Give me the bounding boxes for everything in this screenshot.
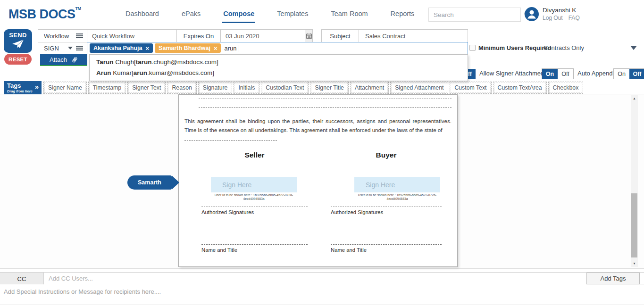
paperclip-icon — [70, 55, 79, 64]
faq-link[interactable]: FAQ — [569, 15, 580, 21]
tags-subtitle: Drag from here — [7, 89, 33, 93]
signer-flag-samarth[interactable]: Samarth — [127, 175, 172, 190]
calendar-icon — [306, 33, 312, 39]
nav-templates[interactable]: Templates — [266, 0, 319, 27]
buyer-heading: Buyer — [331, 151, 442, 159]
drag-tag-attachment[interactable]: Attachment — [350, 82, 389, 94]
drag-tag-signed-attachment[interactable]: Signed Attachment — [390, 82, 448, 94]
allow-signer-attachment-toggle: On Off — [542, 68, 574, 79]
recipient-tag[interactable]: Akanksha Pahuja× — [90, 43, 153, 53]
cc-users-input[interactable] — [44, 273, 586, 284]
workflow-label: Workflow — [44, 33, 69, 40]
nav-team-room[interactable]: Team Room — [319, 0, 379, 27]
attach-label: Attach — [50, 56, 67, 63]
user-avatar[interactable] — [525, 7, 539, 21]
calendar-button[interactable] — [305, 29, 313, 42]
msb-docs-compose-page: MSB DOCSTM DashboardePaksComposeTemplate… — [0, 0, 644, 307]
scroll-up-arrow[interactable]: ▲ — [631, 95, 638, 102]
expires-on-label: Expires On — [176, 29, 221, 42]
drag-tag-reason[interactable]: Reason — [167, 82, 196, 94]
scrollbar-thumb[interactable] — [631, 193, 637, 257]
drag-tag-custom-textarea[interactable]: Custom TextArea — [493, 82, 547, 94]
remove-recipient-icon[interactable]: × — [146, 45, 150, 51]
drag-tag-signer-text[interactable]: Signer Text — [127, 82, 166, 94]
minimum-users-checkbox[interactable] — [469, 45, 476, 51]
recipients-input[interactable]: Akanksha Pahuja×Samarth Bhardwaj× arun — [87, 42, 468, 54]
authorized-signatures-label: Authorized Signatures — [201, 209, 254, 215]
allow-signer-attachment-label: Allow Signer Attachment — [479, 70, 546, 77]
search-box — [428, 8, 521, 22]
contracts-only-select[interactable]: Contracts Only — [544, 44, 584, 51]
drag-tag-custom-text[interactable]: Custom Text — [450, 82, 491, 94]
nav-epaks[interactable]: ePaks — [170, 0, 212, 27]
recipient-name: Akanksha Pahuja — [93, 45, 142, 51]
aa-off[interactable]: Off — [629, 69, 644, 79]
drag-tag-signature[interactable]: Signature — [198, 82, 233, 94]
suggestion-item[interactable]: Arun Kumar[arun.kumar@msbdocs.com] — [90, 67, 468, 78]
person-icon — [525, 7, 539, 21]
message-area — [0, 284, 644, 305]
nav-dashboard[interactable]: Dashboard — [114, 0, 170, 27]
special-instructions-input[interactable] — [0, 284, 644, 305]
minimum-users-label: Minimum Users Required — [478, 44, 551, 51]
chevron-down-icon[interactable] — [630, 46, 637, 50]
search-input[interactable] — [429, 11, 522, 18]
add-tags-button[interactable]: Add Tags — [586, 273, 640, 284]
tag-buttons: Signer NameTimestampSigner TextReasonSig… — [43, 81, 583, 94]
msb-docs-logo[interactable]: MSB DOCSTM — [8, 6, 81, 22]
buyer-sign-here-field[interactable]: Sign Here — [354, 177, 440, 192]
asa-on[interactable]: On — [542, 69, 558, 79]
workflow-menu-icon[interactable] — [76, 33, 83, 38]
text-caret — [239, 45, 239, 52]
aa-on[interactable]: On — [614, 69, 629, 79]
signature-line — [331, 241, 442, 245]
workflow-label-cell: Workflow — [38, 29, 87, 42]
auto-append-toggle: On Off — [613, 68, 644, 79]
subject-label: Subject — [321, 29, 359, 42]
recipient-typed-text: arun — [224, 45, 236, 52]
cc-label: CC — [0, 273, 44, 285]
recipient-tags: Akanksha Pahuja×Samarth Bhardwaj× — [90, 43, 221, 53]
cc-row: CC Add Tags — [0, 272, 644, 284]
nav-compose[interactable]: Compose — [212, 0, 266, 27]
seller-heading: Seller — [201, 151, 308, 159]
expires-date-field[interactable]: 03 Jun 2020 — [220, 29, 305, 42]
user-links: Log Out FAQ — [543, 15, 580, 21]
logout-link[interactable]: Log Out — [543, 15, 563, 21]
drag-tag-signer-title[interactable]: Signer Title — [310, 82, 349, 94]
scroll-down-arrow[interactable]: ▼ — [631, 260, 638, 267]
document-page: This agreement shall be binding upon the… — [178, 94, 458, 267]
tags-drawer-chip[interactable]: Tags Drag from here » — [4, 81, 42, 94]
nav-reports[interactable]: Reports — [379, 0, 426, 27]
header: MSB DOCSTM DashboardePaksComposeTemplate… — [0, 0, 644, 27]
suggestion-list: Tarun Chugh[tarun.chugh@msbdocs.com]Arun… — [90, 57, 468, 78]
suggestion-item[interactable]: Tarun Chugh[tarun.chugh@msbdocs.com] — [90, 57, 468, 67]
authorized-signatures-label: Authorized Signatures — [331, 209, 383, 215]
workflow-value-field[interactable]: Quick Workflow — [87, 29, 177, 42]
subject-value-field[interactable]: Sales Contract — [359, 29, 468, 42]
chevrons-right-icon[interactable]: » — [35, 83, 39, 91]
asa-off[interactable]: Off — [558, 69, 573, 79]
remove-recipient-icon[interactable]: × — [214, 45, 217, 51]
send-button[interactable]: SEND — [4, 29, 32, 53]
recipient-suggestions-dropdown: Tarun Chugh[tarun.chugh@msbdocs.com]Arun… — [89, 54, 468, 81]
signature-line — [331, 203, 442, 207]
attach-button[interactable]: Attach — [40, 54, 87, 66]
drag-tag-checkbox[interactable]: Checkbox — [548, 82, 584, 94]
seller-user-id-note: User Id to be shown here : 1b9255b6-bba5… — [208, 193, 300, 201]
sign-role-cell[interactable]: SIGN — [38, 42, 87, 54]
document-canvas: This agreement shall be binding upon the… — [0, 94, 644, 269]
seller-column: Seller Sign Here User Id to be shown her… — [201, 95, 308, 267]
send-label: SEND — [9, 32, 26, 39]
user-name[interactable]: Divyanshi K — [543, 7, 576, 14]
sign-dropdown-icon[interactable] — [68, 47, 73, 50]
recipient-tag[interactable]: Samarth Bhardwaj× — [155, 43, 221, 53]
sign-menu-icon[interactable] — [76, 46, 83, 50]
signature-line — [201, 203, 308, 207]
drag-tag-signer-name[interactable]: Signer Name — [43, 82, 87, 94]
drag-tag-custodian-text[interactable]: Custodian Text — [261, 82, 309, 94]
drag-tag-initials[interactable]: Initials — [234, 82, 259, 94]
reset-button[interactable]: RESET — [4, 54, 32, 65]
drag-tag-timestamp[interactable]: Timestamp — [88, 82, 126, 94]
seller-sign-here-field[interactable]: Sign Here — [211, 177, 297, 192]
